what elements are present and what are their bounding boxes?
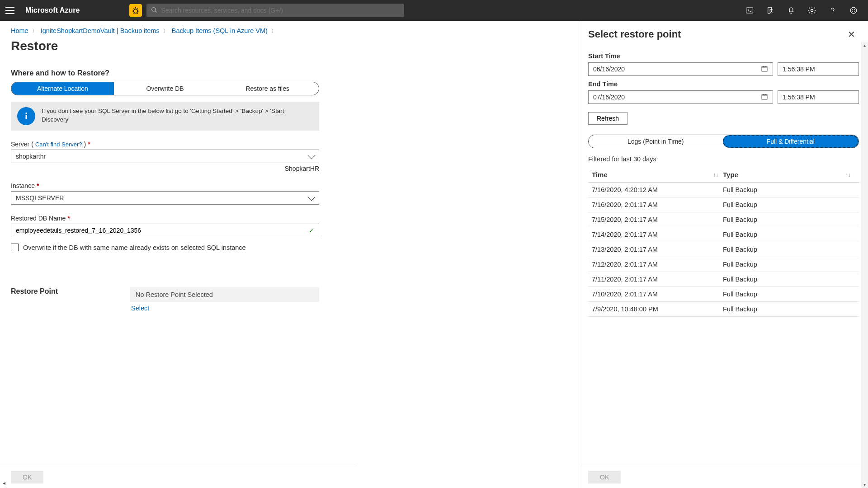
restore-mode-segmented: Alternate Location Overwrite DB Restore … (11, 82, 319, 95)
search-icon (151, 7, 157, 14)
table-row[interactable]: 7/9/2020, 10:48:00 PMFull Backup (588, 302, 859, 317)
row-type: Full Backup (723, 261, 855, 268)
table-row[interactable]: 7/12/2020, 2:01:17 AMFull Backup (588, 257, 859, 272)
restore-point-section: Restore Point No Restore Point Selected … (11, 287, 346, 314)
calendar-icon (761, 93, 768, 102)
svg-rect-8 (762, 94, 767, 99)
check-icon: ✓ (309, 227, 314, 234)
tab-full-differential[interactable]: Full & Differential (723, 135, 859, 148)
sort-icon[interactable]: ↑↓ (713, 172, 723, 178)
restore-point-flyout: Select restore point ✕ Start Time 06/16/… (579, 21, 868, 488)
row-time: 7/10/2020, 2:01:17 AM (592, 291, 723, 298)
scroll-up-icon[interactable]: ▴ (861, 42, 868, 49)
end-time-label: End Time (588, 80, 859, 88)
chevron-right-icon: 〉 (32, 28, 37, 34)
row-type: Full Backup (723, 231, 855, 238)
row-time: 7/12/2020, 2:01:17 AM (592, 261, 723, 268)
restore-type-segmented: Logs (Point in Time) Full & Differential (588, 135, 859, 148)
server-label: Server (Can't find Server?) * (11, 141, 346, 148)
table-row[interactable]: 7/14/2020, 2:01:17 AMFull Backup (588, 227, 859, 242)
overwrite-label: Overwrite if the DB with same name alrea… (23, 244, 246, 251)
table-row[interactable]: 7/13/2020, 2:01:17 AMFull Backup (588, 242, 859, 257)
flyout-title: Select restore point (588, 28, 681, 40)
restore-form: Where and how to Restore? Alternate Loca… (0, 69, 357, 314)
info-banner: i If you don't see your SQL Server in th… (11, 102, 319, 131)
cloud-shell-icon[interactable] (745, 6, 754, 15)
crumb-home[interactable]: Home (11, 27, 28, 34)
crumb-vault[interactable]: IgniteShopkartDemoVault | Backup items (41, 27, 160, 34)
col-type[interactable]: Type (723, 171, 738, 178)
chevron-right-icon: 〉 (271, 28, 276, 34)
table-row[interactable]: 7/11/2020, 2:01:17 AMFull Backup (588, 272, 859, 287)
server-value: shopkarthr (16, 153, 46, 160)
server-helper: ShopkartHR (11, 163, 319, 172)
info-icon: i (17, 107, 35, 125)
seg-restore-as-files[interactable]: Restore as files (216, 82, 319, 95)
server-select[interactable]: shopkarthr (11, 150, 319, 163)
row-time: 7/11/2020, 2:01:17 AM (592, 276, 723, 283)
left-footer: OK ◂ (0, 466, 357, 488)
seg-overwrite-db[interactable]: Overwrite DB (114, 82, 217, 95)
where-heading: Where and how to Restore? (11, 69, 346, 77)
chevron-down-icon (308, 193, 316, 201)
restore-point-status: No Restore Point Selected (130, 287, 319, 302)
row-time: 7/15/2020, 2:01:17 AM (592, 216, 723, 223)
row-time: 7/16/2020, 4:20:12 AM (592, 186, 723, 193)
instance-label: Instance* (11, 182, 346, 189)
tab-logs[interactable]: Logs (Point in Time) (589, 135, 723, 148)
svg-rect-2 (746, 8, 753, 13)
overwrite-checkbox-row: Overwrite if the DB with same name alrea… (11, 244, 346, 251)
dbname-field[interactable]: ✓ (11, 224, 319, 237)
scroll-down-icon[interactable]: ▾ (861, 481, 868, 488)
start-time-label: Start Time (588, 52, 859, 60)
svg-rect-7 (762, 66, 767, 71)
bug-icon[interactable] (129, 4, 142, 17)
gear-icon[interactable] (807, 6, 816, 15)
start-date-input[interactable]: 06/16/2020 (588, 62, 773, 76)
ok-button[interactable]: OK (11, 471, 43, 483)
svg-point-4 (850, 7, 857, 14)
row-time: 7/16/2020, 2:01:17 AM (592, 201, 723, 208)
refresh-button[interactable]: Refresh (588, 112, 627, 125)
start-time-input[interactable]: 1:56:38 PM (778, 62, 859, 76)
overwrite-checkbox[interactable] (11, 244, 19, 251)
chevron-down-icon (308, 151, 316, 159)
instance-select[interactable]: MSSQLSERVER (11, 191, 319, 205)
calendar-icon (761, 65, 768, 74)
row-time: 7/13/2020, 2:01:17 AM (592, 246, 723, 253)
help-icon[interactable] (828, 6, 837, 15)
svg-point-6 (854, 9, 855, 10)
hamburger-icon[interactable] (5, 7, 14, 14)
svg-point-3 (811, 9, 813, 12)
notifications-icon[interactable] (787, 6, 796, 15)
instance-value: MSSQLSERVER (16, 194, 64, 202)
sort-icon[interactable]: ↑↓ (845, 172, 855, 178)
svg-point-5 (852, 9, 853, 10)
table-row[interactable]: 7/10/2020, 2:01:17 AMFull Backup (588, 287, 859, 302)
restore-point-label: Restore Point (11, 287, 115, 296)
table-row[interactable]: 7/16/2020, 2:01:17 AMFull Backup (588, 197, 859, 212)
row-type: Full Backup (723, 216, 855, 223)
seg-alternate-location[interactable]: Alternate Location (11, 82, 114, 95)
feedback-icon[interactable] (849, 6, 858, 15)
row-type: Full Backup (723, 186, 855, 193)
crumb-items[interactable]: Backup Items (SQL in Azure VM) (172, 27, 268, 34)
table-header: Time ↑↓ Type ↑↓ (588, 167, 859, 183)
select-restore-point-link[interactable]: Select (130, 302, 150, 314)
end-date-input[interactable]: 07/16/2020 (588, 90, 773, 104)
filter-note: Filtered for last 30 days (588, 155, 859, 163)
scrollbar[interactable]: ▴ ▾ (861, 42, 868, 488)
table-row[interactable]: 7/15/2020, 2:01:17 AMFull Backup (588, 212, 859, 227)
table-row[interactable]: 7/16/2020, 4:20:12 AMFull Backup (588, 183, 859, 197)
restore-points-table: Time ↑↓ Type ↑↓ 7/16/2020, 4:20:12 AMFul… (588, 167, 859, 317)
dbname-label: Restored DB Name* (11, 215, 346, 222)
close-icon[interactable]: ✕ (844, 27, 859, 42)
directory-icon[interactable] (766, 6, 775, 15)
collapse-icon[interactable]: ◂ (3, 480, 5, 486)
row-type: Full Backup (723, 246, 855, 253)
flyout-ok-button[interactable]: OK (588, 471, 621, 483)
search-input[interactable] (146, 4, 404, 17)
end-time-input[interactable]: 1:56:38 PM (778, 90, 859, 104)
col-time[interactable]: Time (592, 171, 608, 178)
cant-find-server-link[interactable]: Can't find Server? (35, 141, 82, 148)
